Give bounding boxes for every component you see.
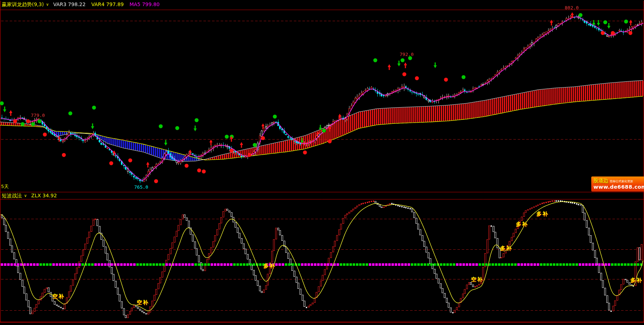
main-indicator-header: 赢家训龙趋势(9,3)∨VAR3 798.22VAR4 797.89MA5 79… bbox=[2, 1, 160, 8]
watermark-url[interactable]: www.de6688.com bbox=[593, 184, 643, 190]
watermark-badge[interactable]: 股道边 指标公式量化资源 www.de6688.com bbox=[591, 176, 644, 192]
watermark-tagline: 指标公式量化资源 bbox=[610, 179, 633, 183]
charts-canvas[interactable] bbox=[0, 0, 644, 325]
stock-app-window: 赢家训龙趋势(9,3)∨VAR3 798.22VAR4 797.89MA5 79… bbox=[0, 0, 644, 325]
chevron-down-icon[interactable]: ∨ bbox=[46, 1, 49, 8]
ma5-readout: MA5 799.80 bbox=[130, 1, 160, 8]
sub-indicator-name[interactable]: 短波战法 bbox=[2, 193, 22, 199]
watermark-brand: 股道边 bbox=[593, 178, 608, 184]
var4-readout: VAR4 797.89 bbox=[91, 1, 124, 8]
period-label: 5天 bbox=[1, 183, 9, 190]
chevron-down-icon[interactable]: ∨ bbox=[24, 193, 27, 199]
main-indicator-name[interactable]: 赢家训龙趋势(9,3) bbox=[2, 1, 44, 8]
zlx-readout: ZLX 34.92 bbox=[31, 193, 57, 199]
sub-indicator-header: 短波战法∨ZLX 34.92 bbox=[2, 193, 57, 199]
var3-readout: VAR3 798.22 bbox=[53, 1, 85, 8]
